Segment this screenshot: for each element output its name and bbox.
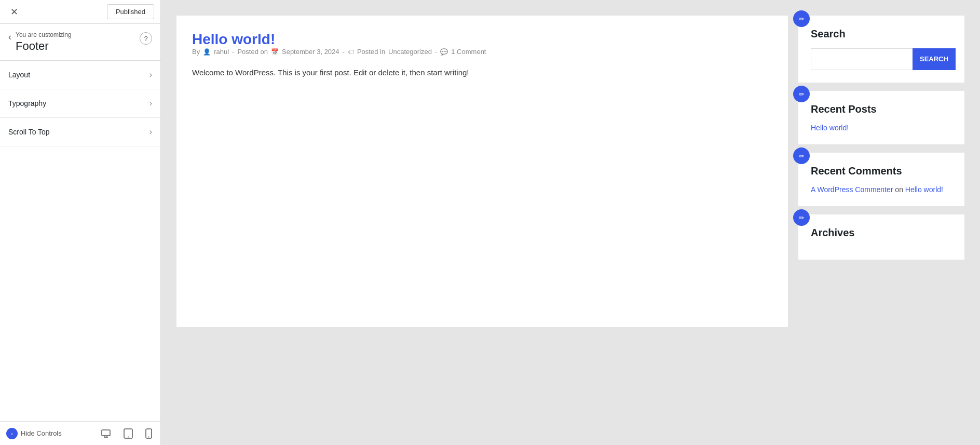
sidebar-item-typography[interactable]: Typography › [0, 89, 160, 118]
published-button[interactable]: Published [107, 4, 154, 19]
recent-posts-widget-edit-button[interactable]: ✏ [793, 86, 810, 102]
post-title[interactable]: Hello world! [192, 31, 275, 47]
preview-content: Hello world! By 👤 rahul - Posted on 📅 Se… [161, 0, 980, 343]
comment-post-link[interactable]: Hello world! [905, 185, 943, 194]
layout-chevron-icon: › [149, 70, 152, 79]
section-title: Footer [16, 39, 140, 53]
post-meta: By 👤 rahul - Posted on 📅 September 3, 20… [192, 48, 772, 56]
recent-posts-title: Recent Posts [811, 103, 952, 115]
calendar-icon: 📅 [271, 48, 279, 56]
search-widget-edit-button[interactable]: ✏ [793, 10, 810, 27]
commenter-link[interactable]: A WordPress Commenter [811, 185, 893, 194]
preview-area: Hello world! By 👤 rahul - Posted on 📅 Se… [161, 0, 980, 445]
search-submit-button[interactable]: SEARCH [913, 48, 956, 70]
post-content: Welcome to WordPress. This is your first… [192, 66, 772, 79]
recent-post-link[interactable]: Hello world! [811, 124, 952, 132]
archives-title: Archives [811, 227, 952, 239]
help-button[interactable]: ? [140, 32, 152, 45]
customizing-header: ‹ You are customizing Footer ? [0, 24, 160, 61]
mobile-icon [145, 428, 152, 439]
meta-author: rahul [214, 48, 229, 56]
meta-posted-on: Posted on [237, 48, 268, 56]
layout-label: Layout [8, 71, 30, 79]
search-widget-title: Search [811, 28, 952, 40]
hide-controls-label: Hide Controls [21, 429, 62, 437]
meta-comment-count: 1 Comment [451, 48, 486, 56]
pencil-icon: ✏ [799, 15, 805, 23]
scroll-to-top-chevron-icon: › [149, 127, 152, 137]
customizing-text: You are customizing Footer [16, 31, 140, 53]
meta-date: September 3, 2024 [282, 48, 339, 56]
typography-label: Typography [8, 99, 46, 107]
comment-conjunction: on [895, 185, 905, 194]
recent-posts-widget: ✏ Recent Posts Hello world! [798, 91, 964, 144]
meta-category: Uncategorized [388, 48, 432, 56]
search-form: SEARCH [811, 48, 952, 70]
pencil-icon: ✏ [799, 90, 805, 98]
archives-widget: ✏ Archives [798, 214, 964, 260]
customizer-panel: ✕ Published ‹ You are customizing Footer… [0, 0, 161, 445]
author-icon: 👤 [203, 48, 211, 56]
nav-items-list: Layout › Typography › Scroll To Top › [0, 61, 160, 421]
customizing-context-label: You are customizing [16, 31, 140, 38]
top-bar: ✕ Published [0, 0, 160, 24]
tablet-view-button[interactable] [121, 426, 135, 441]
category-icon: 🏷 [348, 48, 354, 56]
meta-by: By [192, 48, 200, 56]
desktop-view-button[interactable] [99, 426, 113, 441]
comment-icon: 💬 [440, 48, 448, 56]
search-widget: ✏ Search SEARCH [798, 16, 964, 83]
recent-comments-title: Recent Comments [811, 165, 952, 177]
tablet-icon [124, 428, 133, 439]
sidebar-item-scroll-to-top[interactable]: Scroll To Top › [0, 118, 160, 146]
archives-widget-edit-button[interactable]: ✏ [793, 209, 810, 226]
scroll-to-top-label: Scroll To Top [8, 128, 50, 136]
typography-chevron-icon: › [149, 99, 152, 108]
sidebar: ✏ Search SEARCH ✏ Recent Posts Hello wor… [798, 16, 964, 327]
article-area: Hello world! By 👤 rahul - Posted on 📅 Se… [176, 16, 788, 327]
recent-comments-widget: ✏ Recent Comments A WordPress Commenter … [798, 153, 964, 206]
recent-comments-widget-edit-button[interactable]: ✏ [793, 147, 810, 164]
desktop-icon [101, 428, 111, 439]
hide-controls-button[interactable]: ‹ Hide Controls [6, 428, 62, 439]
close-button[interactable]: ✕ [6, 5, 22, 19]
back-button[interactable]: ‹ [8, 32, 11, 42]
pencil-icon: ✏ [799, 152, 805, 160]
svg-point-7 [148, 436, 149, 437]
svg-point-5 [128, 436, 129, 437]
search-input[interactable] [811, 48, 913, 70]
comment-item: A WordPress Commenter on Hello world! [811, 185, 952, 194]
bottom-bar: ‹ Hide Controls [0, 421, 160, 445]
sidebar-item-layout[interactable]: Layout › [0, 61, 160, 89]
svg-rect-0 [102, 430, 110, 436]
pencil-icon: ✏ [799, 214, 805, 222]
hide-controls-arrow-icon: ‹ [6, 428, 18, 439]
mobile-view-button[interactable] [143, 426, 154, 441]
meta-posted-in: Posted in [357, 48, 385, 56]
